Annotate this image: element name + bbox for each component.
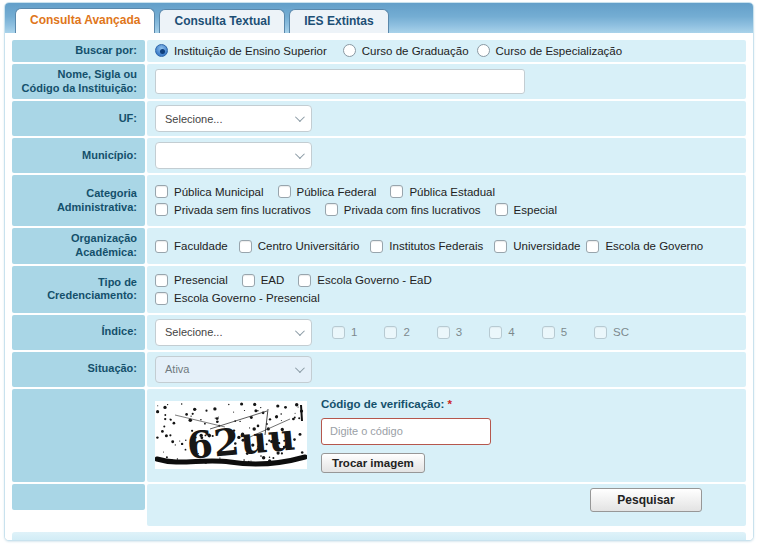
checkbox-indice-2: 2 <box>384 326 409 339</box>
buscar-por-options: Instituição de Ensino Superior Curso de … <box>147 40 746 62</box>
checkbox-escola-governo-ead[interactable]: Escola Governo - EaD <box>298 274 431 287</box>
row-indice: Índice: Selecione... 1 2 3 4 5 SC <box>12 315 746 350</box>
captcha-label-text: Código de verificação: <box>321 398 444 410</box>
municipio-label: Município: <box>12 138 145 173</box>
radio-label: Curso de Graduação <box>362 45 469 57</box>
checkbox-label: Escola Governo - Presencial <box>174 292 320 304</box>
checkbox-label: SC <box>613 326 629 338</box>
nome-instituicao-input[interactable] <box>155 69 525 94</box>
radio-curso-especializacao[interactable]: Curso de Especialização <box>477 44 623 57</box>
checkbox-indice-5: 5 <box>542 326 567 339</box>
checkbox-label: EAD <box>261 274 285 286</box>
municipio-select[interactable] <box>155 142 312 169</box>
uf-cell: Selecione... <box>147 101 746 136</box>
indice-select[interactable]: Selecione... <box>155 319 312 346</box>
checkbox-label: Pública Estadual <box>409 186 495 198</box>
checkbox-icon <box>384 326 397 339</box>
checkbox-icon <box>155 240 168 253</box>
checkbox-label: Presencial <box>174 274 228 286</box>
captcha-code-input[interactable] <box>321 418 491 445</box>
organizacao-academica-label: Organização Acadêmica: <box>12 228 145 264</box>
pesquisar-cell: Pesquisar <box>147 484 746 526</box>
uf-label: UF: <box>12 101 145 136</box>
row-captcha: 62uu Código de verificação: * Trocar ima… <box>12 389 746 482</box>
checkbox-icon <box>155 203 168 216</box>
checkbox-icon <box>390 185 403 198</box>
checkbox-label: Escola Governo - EaD <box>317 274 431 286</box>
chevron-down-icon <box>295 112 305 122</box>
checkbox-privada-sem-fins[interactable]: Privada sem fins lucrativos <box>155 203 311 216</box>
uf-select-value: Selecione... <box>165 113 222 125</box>
checkbox-privada-com-fins[interactable]: Privada com fins lucrativos <box>325 203 481 216</box>
tab-consulta-textual[interactable]: Consulta Textual <box>159 9 285 33</box>
checkbox-icon <box>155 292 168 305</box>
row-nome-instituicao: Nome, Sigla ou Código da Instituição: <box>12 64 746 100</box>
situacao-select[interactable]: Ativa <box>155 356 312 383</box>
radio-label: Curso de Especialização <box>496 45 623 57</box>
checkbox-icon <box>542 326 555 339</box>
checkbox-label: Institutos Federais <box>389 240 483 252</box>
categoria-administrativa-cell: Pública Municipal Pública Federal Públic… <box>147 175 746 226</box>
situacao-cell: Ativa <box>147 352 746 387</box>
checkbox-label: Pública Municipal <box>174 186 264 198</box>
row-uf: UF: Selecione... <box>12 101 746 136</box>
tab-consulta-avancada[interactable]: Consulta Avançada <box>15 8 155 33</box>
trocar-imagem-button[interactable]: Trocar imagem <box>321 453 425 473</box>
checkbox-centro-universitario[interactable]: Centro Universitário <box>239 240 360 253</box>
checkbox-icon <box>239 240 252 253</box>
tab-ies-extintas[interactable]: IES Extintas <box>289 9 388 33</box>
footer-bar <box>12 532 746 541</box>
chevron-down-icon <box>295 326 305 336</box>
checkbox-institutos-federais[interactable]: Institutos Federais <box>370 240 483 253</box>
radio-label: Instituição de Ensino Superior <box>174 45 327 57</box>
uf-select[interactable]: Selecione... <box>155 105 312 132</box>
checkbox-indice-3: 3 <box>437 326 462 339</box>
chevron-down-icon <box>295 363 305 373</box>
checkbox-faculdade[interactable]: Faculdade <box>155 240 228 253</box>
checkbox-icon <box>586 240 599 253</box>
nome-instituicao-label: Nome, Sigla ou Código da Instituição: <box>12 64 145 100</box>
captcha-cell: 62uu Código de verificação: * Trocar ima… <box>147 389 746 482</box>
checkbox-universidade[interactable]: Universidade <box>494 240 580 253</box>
checkbox-publica-estadual[interactable]: Pública Estadual <box>390 185 495 198</box>
row-pesquisar: Pesquisar <box>12 484 746 526</box>
radio-icon <box>343 44 356 57</box>
checkbox-icon <box>495 203 508 216</box>
checkbox-icon <box>278 185 291 198</box>
checkbox-publica-federal[interactable]: Pública Federal <box>278 185 377 198</box>
checkbox-icon <box>489 326 502 339</box>
checkbox-presencial[interactable]: Presencial <box>155 274 228 287</box>
checkbox-label: Faculdade <box>174 240 228 252</box>
checkbox-icon <box>155 274 168 287</box>
organizacao-academica-cell: Faculdade Centro Universitário Instituto… <box>147 228 746 264</box>
checkbox-label: Especial <box>514 204 557 216</box>
buscar-por-label: Buscar por: <box>12 40 145 62</box>
emec-consulta-panel: Consulta Avançada Consulta Textual IES E… <box>4 2 754 541</box>
row-buscar-por: Buscar por: Instituição de Ensino Superi… <box>12 40 746 62</box>
radio-instituicao-ensino-superior[interactable]: Instituição de Ensino Superior <box>155 44 327 57</box>
situacao-select-value: Ativa <box>165 363 189 375</box>
checkbox-icon <box>437 326 450 339</box>
municipio-cell <box>147 138 746 173</box>
radio-curso-graduacao[interactable]: Curso de Graduação <box>343 44 469 57</box>
checkbox-escola-de-governo[interactable]: Escola de Governo <box>586 240 703 253</box>
pesquisar-row-label <box>12 484 145 510</box>
situacao-label: Situação: <box>12 352 145 387</box>
checkbox-label: 2 <box>403 326 409 338</box>
pesquisar-button[interactable]: Pesquisar <box>590 488 702 512</box>
checkbox-label: 3 <box>456 326 462 338</box>
checkbox-ead[interactable]: EAD <box>242 274 285 287</box>
checkbox-publica-municipal[interactable]: Pública Municipal <box>155 185 264 198</box>
checkbox-escola-governo-presencial[interactable]: Escola Governo - Presencial <box>155 292 320 305</box>
tab-bar: Consulta Avançada Consulta Textual IES E… <box>5 3 753 33</box>
nome-instituicao-cell <box>147 64 746 100</box>
radio-icon <box>477 44 490 57</box>
tipo-credenciamento-cell: Presencial EAD Escola Governo - EaD Esco… <box>147 266 746 313</box>
checkbox-label: 4 <box>508 326 514 338</box>
checkbox-icon <box>298 274 311 287</box>
checkbox-icon <box>325 203 338 216</box>
checkbox-especial[interactable]: Especial <box>495 203 557 216</box>
checkbox-icon <box>242 274 255 287</box>
checkbox-label: Privada sem fins lucrativos <box>174 204 311 216</box>
indice-label: Índice: <box>12 315 145 350</box>
